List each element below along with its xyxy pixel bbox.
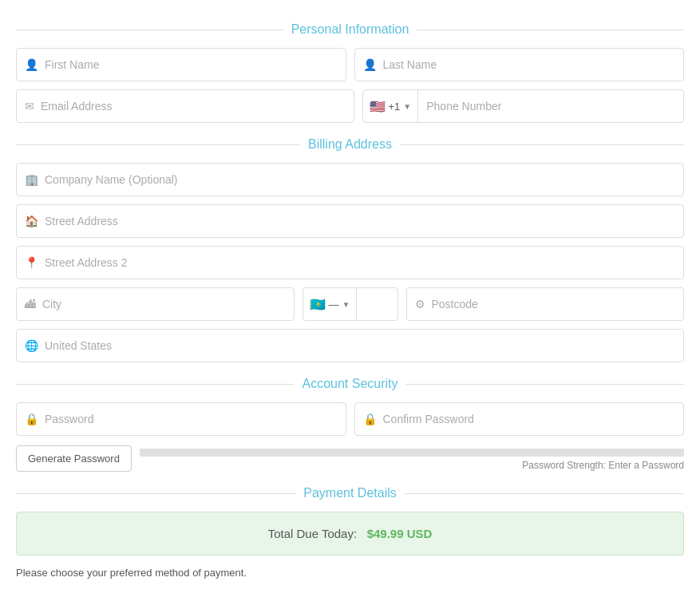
account-security-title: Account Security [16,377,684,391]
postcode-input[interactable] [432,298,676,310]
country-input[interactable] [45,339,675,352]
phone-input[interactable] [418,100,683,113]
generate-password-button[interactable]: Generate Password [16,445,132,472]
street2-row: 📍 [16,246,684,279]
confirm-password-group: 🔒 [354,402,685,436]
person-icon-2: 👤 [363,58,377,71]
country-group: 🌐 [16,329,684,362]
billing-address-title: Billing Address [16,137,684,152]
globe-icon: 🌐 [25,339,38,352]
generate-btn-wrapper: Generate Password [16,444,132,472]
password-group: 🔒 [16,402,346,436]
phone-group: 🇺🇸 +1 ▼ [362,89,685,123]
street2-group: 📍 [16,246,684,279]
phone-prefix-selector[interactable]: 🇺🇸 +1 ▼ [363,90,419,122]
payment-note: Please choose your preferred method of p… [16,567,684,579]
postcode-icon: ⚙ [415,298,425,310]
payment-details-title: Payment Details [16,486,684,500]
street-icon: 🏠 [25,215,38,227]
postcode-group: ⚙ [406,287,685,321]
email-input[interactable] [41,100,346,113]
city-state-postcode-row: 🏙 🇰🇿 — ▼ ⚙ [16,287,684,321]
person-icon: 👤 [25,58,38,71]
first-name-input[interactable] [45,58,338,71]
chevron-down-icon: ▼ [403,102,411,111]
last-name-group: 👤 [354,48,685,81]
building-icon: 🏢 [25,173,38,186]
state-group: 🇰🇿 — ▼ [303,287,398,321]
total-amount: $49.99 USD [367,527,433,540]
email-icon: ✉ [25,100,34,113]
company-row: 🏢 [16,163,684,196]
email-group: ✉ [16,89,354,123]
strength-wrapper: Password Strength: Enter a Password [140,444,684,471]
first-name-group: 👤 [16,48,346,81]
strength-text: Password Strength: Enter a Password [140,460,684,471]
city-icon: 🏙 [25,298,36,310]
state-code-text: — [329,299,339,310]
state-chevron-icon: ▼ [342,300,350,309]
city-group: 🏙 [16,287,295,321]
street1-row: 🏠 [16,204,684,238]
phone-prefix-text: +1 [389,101,401,113]
street2-input[interactable] [45,256,675,269]
confirm-password-input[interactable] [383,413,676,425]
location-icon: 📍 [25,256,38,269]
contact-row: ✉ 🇺🇸 +1 ▼ [16,89,684,123]
name-row: 👤 👤 [16,48,684,81]
password-actions-row: Generate Password Password Strength: Ent… [16,444,684,472]
company-group: 🏢 [16,163,684,196]
street1-input[interactable] [45,215,675,227]
lock-icon-2: 🔒 [363,413,377,425]
strength-bar-container [140,449,684,457]
us-flag: 🇺🇸 [370,99,386,114]
state-flag: 🇰🇿 [310,297,326,312]
city-input[interactable] [42,298,286,310]
street1-group: 🏠 [16,204,684,238]
last-name-input[interactable] [383,58,676,71]
company-input[interactable] [45,173,675,186]
password-input[interactable] [45,413,338,425]
lock-icon: 🔒 [25,413,38,425]
payment-banner: Total Due Today: $49.99 USD [16,512,684,556]
country-row: 🌐 [16,329,684,362]
password-row: 🔒 🔒 [16,402,684,436]
total-label: Total Due Today: [268,527,357,540]
state-selector[interactable]: 🇰🇿 — ▼ [303,288,358,320]
personal-info-title: Personal Information [16,22,684,37]
